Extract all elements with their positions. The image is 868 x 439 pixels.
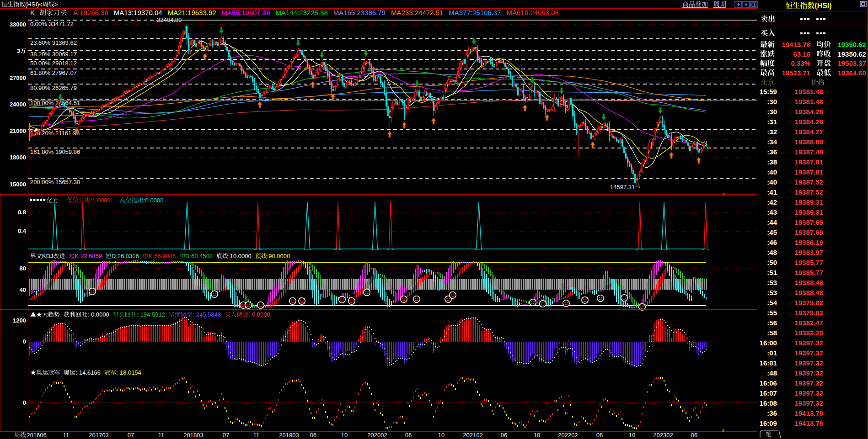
- svg-text:23.60% 31369.62: 23.60% 31369.62: [30, 39, 77, 46]
- svg-text:19523.71: 19523.71: [782, 69, 810, 77]
- svg-text:19397.32: 19397.32: [794, 379, 823, 387]
- svg-text:19387.81: 19387.81: [794, 158, 823, 166]
- svg-text:201703: 201703: [89, 432, 108, 439]
- svg-text::-14.6166: :-14.6166: [75, 369, 101, 376]
- svg-text:(HSI)<: (HSI)<: [25, 1, 43, 8]
- svg-text:14597.31: 14597.31: [610, 184, 635, 190]
- svg-text:K:22.6859: K:22.6859: [75, 253, 102, 259]
- svg-text:19384.28: 19384.28: [794, 108, 823, 116]
- svg-text:19389.31: 19389.31: [794, 198, 823, 206]
- svg-text:80.90% 26265.79: 80.90% 26265.79: [30, 85, 77, 91]
- svg-text:MA377:25106.37: MA377:25106.37: [449, 9, 501, 16]
- svg-text:0: 0: [23, 338, 26, 345]
- svg-text::54: :54: [767, 299, 777, 307]
- svg-text:MA55:19507.36: MA55:19507.36: [222, 9, 270, 16]
- svg-text::-18.0154: :-18.0154: [116, 369, 141, 376]
- svg-text:19413.78: 19413.78: [782, 41, 810, 48]
- svg-text:19387.69: 19387.69: [794, 228, 823, 236]
- svg-text:19382.20: 19382.20: [794, 329, 823, 337]
- svg-text:19387.52: 19387.52: [794, 178, 823, 186]
- svg-text:202102: 202102: [463, 432, 482, 439]
- svg-text::44: :44: [767, 218, 777, 226]
- svg-text:MA610:24053.08: MA610:24053.08: [507, 9, 559, 16]
- svg-text:27000: 27000: [10, 74, 26, 81]
- svg-text::48: :48: [767, 369, 777, 377]
- svg-text:40: 40: [20, 286, 26, 293]
- svg-text::-0.0000: :-0.0000: [248, 311, 270, 318]
- svg-text:MA144:23225.38: MA144:23225.38: [276, 9, 328, 16]
- svg-text:16:00: 16:00: [760, 339, 777, 347]
- svg-text:19397.32: 19397.32: [794, 349, 823, 357]
- svg-text::1.0000: :1.0000: [91, 197, 110, 204]
- svg-text::55: :55: [767, 309, 777, 317]
- svg-text::10.0000: :10.0000: [228, 253, 252, 259]
- svg-text:KDJ: KDJ: [42, 253, 54, 259]
- svg-text:19389.31: 19389.31: [794, 208, 823, 216]
- svg-text:0.4: 0.4: [18, 227, 27, 234]
- svg-text::58: :58: [767, 329, 777, 337]
- svg-text::50: :50: [767, 259, 777, 266]
- svg-text:61.80% 27967.07: 61.80% 27967.07: [30, 69, 77, 76]
- svg-text:3: 3: [17, 48, 20, 54]
- svg-text::90.0000: :90.0000: [267, 253, 290, 259]
- svg-text:19387.52: 19387.52: [794, 188, 823, 196]
- svg-text:19385.77: 19385.77: [794, 259, 823, 266]
- svg-text:50.00% 29018.12: 50.00% 29018.12: [30, 60, 77, 67]
- svg-text:16:06: 16:06: [760, 379, 777, 387]
- svg-text:201606: 201606: [27, 432, 46, 439]
- svg-text:201803: 201803: [183, 432, 203, 439]
- svg-text:19381.48: 19381.48: [794, 88, 823, 95]
- svg-text:06: 06: [501, 432, 507, 439]
- svg-text::53: :53: [767, 289, 777, 296]
- svg-text:19379.82: 19379.82: [794, 309, 823, 317]
- svg-text:24000: 24000: [10, 101, 26, 108]
- svg-text:10: 10: [341, 432, 348, 439]
- svg-text:19388.48: 19388.48: [794, 289, 823, 296]
- svg-text:06: 06: [405, 432, 412, 439]
- svg-text:07: 07: [128, 432, 134, 439]
- svg-text::56: :56: [767, 319, 777, 327]
- svg-text:MA165:23386.79: MA165:23386.79: [333, 9, 386, 16]
- svg-text::41: :41: [767, 188, 777, 196]
- svg-text:16:07: 16:07: [760, 389, 777, 397]
- svg-text:19387.81: 19387.81: [794, 168, 823, 176]
- svg-text:80: 80: [20, 265, 26, 272]
- svg-text::30: :30: [767, 108, 777, 116]
- svg-text:19386.19: 19386.19: [794, 238, 823, 246]
- svg-text::-194.5912: :-194.5912: [137, 311, 165, 318]
- svg-text:D:26.0316: D:26.0316: [112, 253, 139, 259]
- svg-text:0.33%: 0.33%: [791, 59, 811, 67]
- svg-text:18000: 18000: [10, 154, 26, 161]
- svg-text::45: :45: [767, 228, 777, 236]
- svg-text::-0.0000: :-0.0000: [87, 311, 109, 318]
- svg-text:15:59: 15:59: [760, 88, 777, 95]
- svg-text:0.00% 33471.72: 0.00% 33471.72: [30, 21, 74, 27]
- svg-text:07: 07: [223, 432, 229, 439]
- svg-text::32: :32: [767, 128, 777, 136]
- svg-text:19381.48: 19381.48: [794, 98, 823, 106]
- svg-text::42: :42: [767, 198, 777, 206]
- svg-text::51: :51: [767, 269, 777, 276]
- svg-text:0: 0: [23, 399, 26, 406]
- svg-text:19383.97: 19383.97: [794, 249, 823, 256]
- svg-text:K: K: [30, 9, 35, 16]
- svg-text::31: :31: [767, 118, 777, 126]
- svg-text::40: :40: [767, 168, 777, 176]
- svg-text:19387.48: 19387.48: [794, 148, 823, 156]
- svg-text::34: :34: [767, 138, 777, 146]
- svg-text::-245.5348: :-245.5348: [193, 311, 221, 318]
- svg-text:33000: 33000: [10, 21, 26, 28]
- svg-text:19387.69: 19387.69: [794, 218, 823, 226]
- svg-text:200.00% 15657.30: 200.00% 15657.30: [30, 179, 80, 185]
- svg-text:10: 10: [629, 432, 635, 439]
- svg-text::53: :53: [767, 279, 777, 286]
- svg-text::38: :38: [767, 158, 777, 166]
- svg-text:06: 06: [310, 432, 316, 439]
- svg-text:11: 11: [63, 432, 70, 439]
- svg-text:16:01: 16:01: [760, 359, 777, 367]
- svg-text:19364.60: 19364.60: [837, 69, 866, 77]
- svg-text::36: :36: [767, 409, 777, 417]
- svg-text:10: 10: [534, 432, 540, 439]
- svg-text:19379.82: 19379.82: [794, 299, 823, 307]
- svg-text:63.16: 63.16: [793, 50, 811, 58]
